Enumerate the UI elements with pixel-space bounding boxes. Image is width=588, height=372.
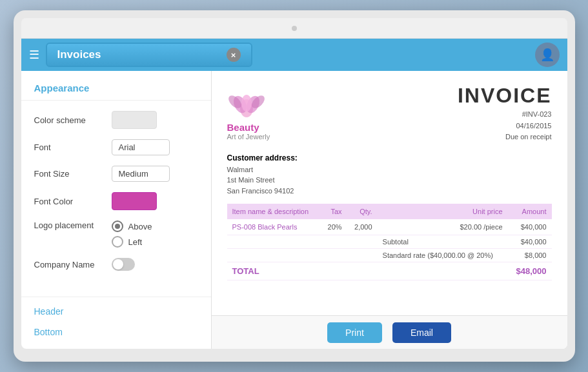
table-header-row: Item name & description Tax Qty. Unit pr…	[227, 204, 552, 219]
bottom-link[interactable]: Bottom	[21, 322, 211, 342]
laptop-frame: ☰ Invoices × 👤 Appearance Color scheme	[14, 10, 575, 362]
invoice-due: Due on receipt	[505, 133, 552, 141]
invoice-body: Beauty Art of Jewerly INVOICE #INV-023 0…	[212, 71, 567, 315]
company-logo	[227, 84, 266, 119]
invoice-meta: #INV-023 04/16/2015 Due on receipt	[458, 109, 552, 143]
nav-title: Invoices	[57, 48, 101, 61]
invoice-footer: Print Email	[212, 315, 567, 349]
nav-bar: ☰ Invoices × 👤	[21, 39, 567, 71]
radio-above[interactable]	[112, 220, 123, 232]
col-unit: Unit price	[378, 204, 508, 219]
color-scheme-swatch[interactable]	[112, 111, 157, 129]
email-button[interactable]: Email	[392, 322, 451, 343]
font-select[interactable]: Arial	[112, 139, 170, 155]
invoice-header: Beauty Art of Jewerly INVOICE #INV-023 0…	[227, 84, 552, 143]
company-name-toggle[interactable]	[112, 258, 135, 271]
tax-label: Standard rate ($40,000.00 @ 20%)	[378, 249, 508, 262]
total-label: TOTAL	[227, 262, 321, 280]
print-button[interactable]: Print	[327, 322, 382, 343]
subtotal-row: Subtotal $40,000	[227, 235, 552, 249]
header-link[interactable]: Header	[21, 301, 211, 322]
radio-above-row: Above	[112, 220, 152, 232]
invoice-date: 04/16/2015	[516, 122, 551, 130]
total-spacer	[321, 262, 508, 280]
font-size-label: Font Size	[34, 169, 105, 179]
invoice-title: INVOICE	[458, 84, 552, 108]
table-row: PS-008 Black Pearls 20% 2,000 $20.00 /pi…	[227, 219, 552, 235]
col-amount: Amount	[508, 204, 552, 219]
col-tax: Tax	[321, 204, 347, 219]
nav-title-box: Invoices ×	[46, 43, 252, 67]
avatar: 👤	[535, 43, 560, 67]
item-name: PS-008 Black Pearls	[227, 219, 321, 235]
subtotal-text: Subtotal	[378, 235, 508, 249]
item-amount: $40,000	[508, 219, 552, 235]
font-color-label: Font Color	[34, 197, 105, 206]
svg-point-5	[241, 95, 252, 112]
laptop-screen: ☰ Invoices × 👤 Appearance Color scheme	[21, 18, 567, 349]
col-item: Item name & description	[227, 204, 321, 219]
font-color-row: Font Color	[21, 187, 211, 215]
tax-label-empty	[227, 249, 378, 262]
company-name-row: Company Name	[21, 253, 211, 276]
logo-placement-row: Logo placement Above Left	[21, 215, 211, 253]
left-panel: Appearance Color scheme Font Arial Font …	[21, 71, 212, 349]
invoice-logo-area: Beauty Art of Jewerly	[227, 84, 270, 141]
total-value: $48,000	[508, 262, 552, 280]
item-tax: 20%	[321, 219, 347, 235]
radio-above-label: Above	[128, 222, 152, 231]
invoice-company-name: Beauty	[227, 122, 259, 133]
logo-placement-label: Logo placement	[34, 220, 105, 230]
invoice-number: #INV-023	[522, 110, 552, 118]
font-size-select[interactable]: Medium	[112, 166, 170, 182]
col-qty: Qty.	[347, 204, 378, 219]
subtotal-label	[227, 235, 378, 249]
hamburger-icon[interactable]: ☰	[29, 48, 39, 62]
invoice-title-area: INVOICE #INV-023 04/16/2015 Due on recei…	[458, 84, 552, 143]
panel-footer: Header Bottom	[21, 297, 211, 342]
total-row: TOTAL $48,000	[227, 262, 552, 280]
invoice-customer: Customer address: Walmart 1st Main Stree…	[227, 153, 552, 197]
subtotal-value: $40,000	[508, 235, 552, 249]
radio-left-label: Left	[128, 237, 143, 247]
tax-value: $8,000	[508, 249, 552, 262]
appearance-section-title[interactable]: Appearance	[21, 77, 211, 101]
customer-name: Walmart	[227, 166, 254, 173]
invoice-table: Item name & description Tax Qty. Unit pr…	[227, 204, 552, 280]
color-scheme-label: Color scheme	[34, 115, 105, 125]
font-label: Font	[34, 142, 105, 152]
company-name-label: Company Name	[34, 260, 105, 269]
main-content: Appearance Color scheme Font Arial Font …	[21, 71, 567, 349]
customer-city: San Francisco 94102	[227, 187, 294, 195]
color-scheme-row: Color scheme	[21, 106, 211, 134]
customer-address-label: Customer address:	[227, 153, 552, 162]
camera-dot	[292, 26, 297, 31]
tax-row: Standard rate ($40,000.00 @ 20%) $8,000	[227, 249, 552, 262]
nav-close-button[interactable]: ×	[227, 48, 241, 62]
customer-address: 1st Main Street	[227, 176, 275, 184]
radio-left[interactable]	[112, 236, 123, 248]
radio-left-row: Left	[112, 236, 152, 248]
item-unit: $20.00 /piece	[378, 219, 508, 235]
invoice-company-sub: Art of Jewerly	[227, 133, 270, 141]
avatar-icon: 👤	[540, 48, 554, 62]
top-bar	[21, 18, 567, 39]
logo-placement-group: Above Left	[112, 220, 152, 248]
font-row: Font Arial	[21, 134, 211, 161]
item-qty: 2,000	[347, 219, 378, 235]
font-size-row: Font Size Medium	[21, 161, 211, 187]
close-icon: ×	[231, 50, 236, 60]
font-color-swatch[interactable]	[112, 192, 157, 210]
invoice-panel: Beauty Art of Jewerly INVOICE #INV-023 0…	[212, 71, 567, 349]
